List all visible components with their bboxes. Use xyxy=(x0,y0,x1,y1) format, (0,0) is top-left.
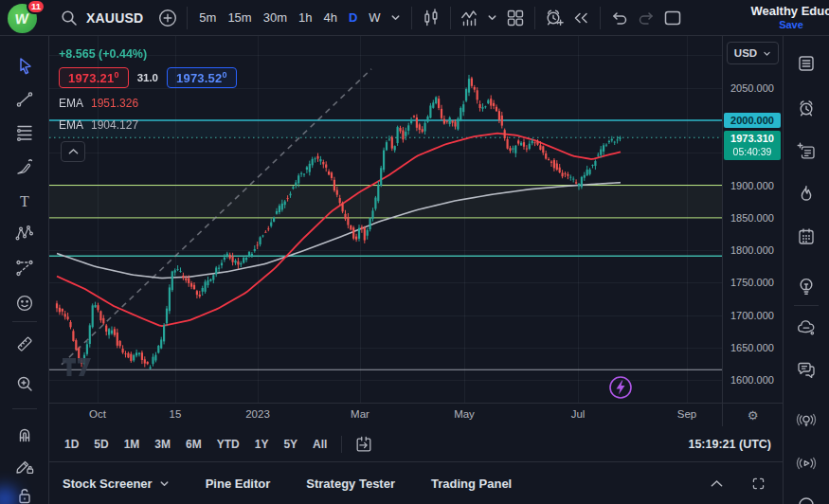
clock-utc[interactable]: 15:19:21 (UTC) xyxy=(688,438,771,451)
ema-slow-value: 1904.127 xyxy=(91,118,138,132)
streams-button[interactable] xyxy=(794,451,819,476)
last-price-label[interactable]: 1973.31005:40:39 xyxy=(724,131,781,160)
zoom-in-tool[interactable] xyxy=(12,371,37,396)
brush-icon xyxy=(14,156,35,177)
cursor-tool[interactable] xyxy=(12,54,37,79)
range-3m[interactable]: 3M xyxy=(149,434,176,455)
divider xyxy=(12,321,37,322)
settings-gear-icon[interactable]: ⚙ xyxy=(748,408,759,423)
interval-w[interactable]: W xyxy=(363,7,386,28)
range-1m[interactable]: 1M xyxy=(118,434,146,455)
interval-dropdown-button[interactable] xyxy=(387,5,405,31)
watchlist-button[interactable] xyxy=(794,51,819,76)
measure-tool[interactable] xyxy=(12,332,37,356)
ema-fast-legend-row[interactable]: EMA 1951.326 xyxy=(59,96,237,110)
layout-grid-button[interactable] xyxy=(502,5,529,31)
save-button[interactable]: Save xyxy=(748,19,829,31)
ema-slow-legend-row[interactable]: EMA 1904.127 xyxy=(59,117,237,132)
chat-button[interactable] xyxy=(794,357,819,382)
indicator-templates-button[interactable] xyxy=(483,5,502,31)
magnet-tool[interactable] xyxy=(12,422,37,446)
panel-tab-pine-editor[interactable]: Pine Editor xyxy=(206,477,271,491)
minds-button[interactable] xyxy=(794,315,819,340)
currency-selector[interactable]: USD xyxy=(727,42,779,64)
fib-retracement-tool[interactable] xyxy=(12,120,37,145)
hotlists-button[interactable] xyxy=(794,182,819,207)
notes-button[interactable] xyxy=(794,139,819,164)
panel-maximize-button[interactable] xyxy=(745,470,771,496)
publish-button[interactable] xyxy=(659,5,686,31)
price-tick-1850: 1850.000 xyxy=(730,211,774,225)
time-label-mar[interactable]: Mar xyxy=(351,408,369,420)
tradingview-logo-icon xyxy=(63,358,99,379)
redo-button[interactable] xyxy=(633,5,659,31)
time-label-may[interactable]: May xyxy=(454,408,475,420)
forecast-tool[interactable] xyxy=(12,256,37,280)
maximize-icon xyxy=(750,476,766,492)
time-label-15[interactable]: 15 xyxy=(170,408,182,420)
pencil-lock-icon xyxy=(14,455,35,476)
indicators-button[interactable] xyxy=(457,5,483,31)
drawing-lock-tool[interactable] xyxy=(12,453,37,477)
range-5y[interactable]: 5Y xyxy=(278,434,303,455)
brush-tool[interactable] xyxy=(12,154,37,179)
interval-30m[interactable]: 30m xyxy=(258,7,293,28)
account-logo[interactable]: W 11 xyxy=(8,2,44,34)
range-5d[interactable]: 5D xyxy=(88,434,114,455)
panel-tab-strategy-tester[interactable]: Strategy Tester xyxy=(306,477,395,491)
chart-style-button[interactable] xyxy=(418,5,444,31)
time-label-jul[interactable]: Jul xyxy=(571,408,586,420)
buy-price-button[interactable]: 1973.520 xyxy=(167,67,237,88)
time-axis[interactable]: Oct152023MarMayJulSep xyxy=(49,404,722,426)
range-all[interactable]: All xyxy=(307,434,333,455)
chart-area[interactable]: +8.565 (+0.44%) 1973.210 31.0 1973.520 E… xyxy=(49,36,722,403)
goto-date-button[interactable] xyxy=(351,431,377,458)
sell-price-button[interactable]: 1973.210 xyxy=(59,67,129,88)
divider xyxy=(534,7,535,29)
ideas-button[interactable] xyxy=(794,274,819,298)
trend-line-tool[interactable] xyxy=(12,87,37,112)
interval-15m[interactable]: 15m xyxy=(222,7,257,28)
interval-4h[interactable]: 4h xyxy=(317,7,342,28)
text-tool[interactable]: T xyxy=(12,189,37,213)
level-price-label[interactable]: 2000.000 xyxy=(724,113,781,128)
emoji-smiley-icon xyxy=(14,293,35,314)
range-ytd[interactable]: YTD xyxy=(211,434,245,455)
alerts-button[interactable] xyxy=(794,96,819,120)
price-tick-1700: 1700.000 xyxy=(730,309,774,322)
live-ideas-button[interactable] xyxy=(794,407,819,432)
undo-button[interactable] xyxy=(606,5,633,31)
time-label-2023[interactable]: 2023 xyxy=(245,408,270,420)
symbol-search[interactable]: XAUUSD xyxy=(53,4,149,32)
chart-column: +8.565 (+0.44%) 1973.210 31.0 1973.520 E… xyxy=(49,36,783,504)
interval-d[interactable]: D xyxy=(343,7,363,28)
panel-tab-stock-screener[interactable]: Stock Screener xyxy=(63,477,170,491)
range-6m[interactable]: 6M xyxy=(180,434,207,455)
price-axis[interactable]: USD 2050.0001900.0001850.0001800.0001750… xyxy=(722,36,783,403)
interval-1h[interactable]: 1h xyxy=(293,7,317,28)
layout-name[interactable]: Wealthy Educ xyxy=(748,5,829,19)
range-1d[interactable]: 1D xyxy=(59,434,84,455)
calendar-button[interactable] xyxy=(794,225,819,249)
compare-add-symbol-button[interactable] xyxy=(154,5,181,31)
time-label-oct[interactable]: Oct xyxy=(89,408,106,420)
watchlist-icon xyxy=(796,53,817,74)
bar-replay-button[interactable] xyxy=(568,5,594,31)
legend-collapse-button[interactable] xyxy=(61,141,85,162)
emoji-tool[interactable] xyxy=(12,291,37,315)
chevron-down-icon xyxy=(390,12,401,23)
symbol-name: XAUUSD xyxy=(86,10,143,26)
divider xyxy=(187,7,188,29)
price-tick-1800: 1800.000 xyxy=(730,243,774,257)
event-marker-lightning[interactable] xyxy=(608,375,633,400)
panel-expand-button[interactable] xyxy=(703,470,730,496)
panel-tab-trading-panel[interactable]: Trading Panel xyxy=(431,477,512,491)
interval-5m[interactable]: 5m xyxy=(193,7,222,28)
replay-rewind-icon xyxy=(570,8,591,28)
xabcd-pattern-tool[interactable] xyxy=(12,222,37,246)
create-alert-button[interactable] xyxy=(541,5,568,31)
time-label-sep[interactable]: Sep xyxy=(677,408,696,420)
range-1y[interactable]: 1Y xyxy=(249,434,275,455)
more-panel-button[interactable] xyxy=(794,482,819,504)
note-plus-icon xyxy=(796,141,817,162)
